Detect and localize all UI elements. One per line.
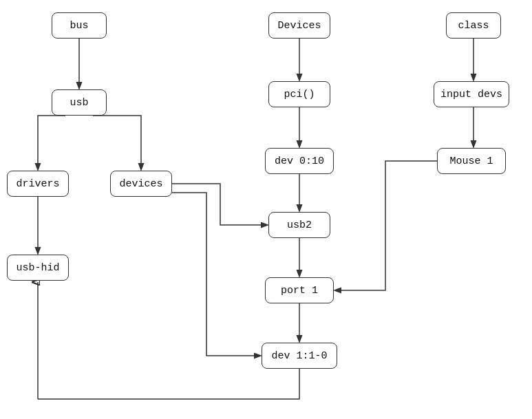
- node-devices: devices: [110, 171, 172, 197]
- node-Devices: Devices: [268, 12, 330, 39]
- node-input-devs: input devs: [434, 81, 509, 107]
- node-dev-010: dev 0:10: [265, 148, 334, 174]
- node-drivers: drivers: [7, 171, 69, 197]
- node-usb-hid: usb-hid: [7, 255, 69, 281]
- node-pci: pci(): [268, 81, 330, 107]
- node-usb2: usb2: [268, 212, 330, 238]
- node-bus: bus: [52, 12, 107, 39]
- node-usb: usb: [52, 89, 107, 116]
- node-mouse1: Mouse 1: [437, 148, 506, 174]
- node-port1: port 1: [265, 277, 334, 303]
- node-class: class: [446, 12, 501, 39]
- node-dev-110: dev 1:1-0: [262, 343, 337, 369]
- diagram: bus usb drivers devices usb-hid Devices …: [0, 0, 532, 419]
